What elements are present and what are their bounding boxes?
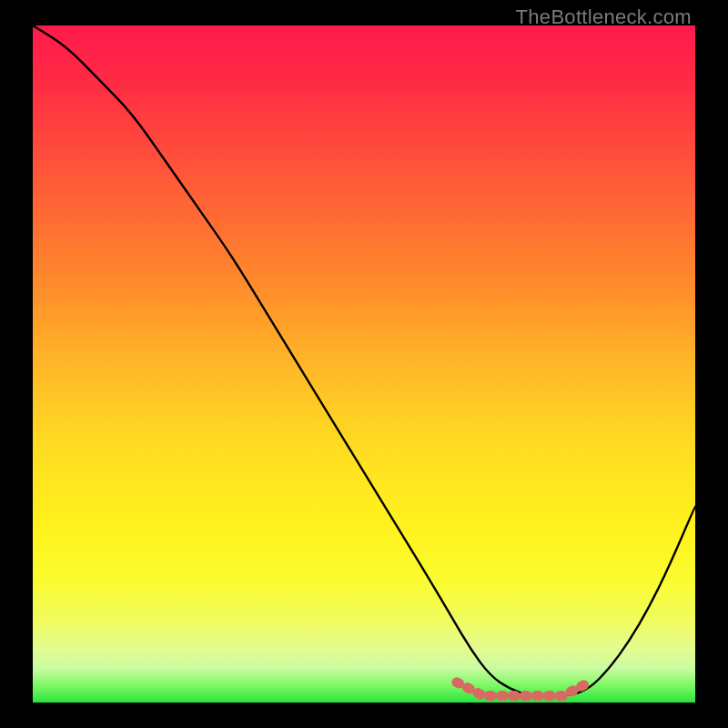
chart-frame: TheBottleneck.com bbox=[0, 0, 728, 728]
chart-plot-area bbox=[33, 25, 695, 703]
bottleneck-curve-line bbox=[33, 25, 695, 696]
curve-path bbox=[33, 25, 695, 696]
highlight-band-line bbox=[457, 682, 590, 696]
chart-svg bbox=[33, 25, 695, 703]
highlight-path bbox=[457, 682, 590, 696]
